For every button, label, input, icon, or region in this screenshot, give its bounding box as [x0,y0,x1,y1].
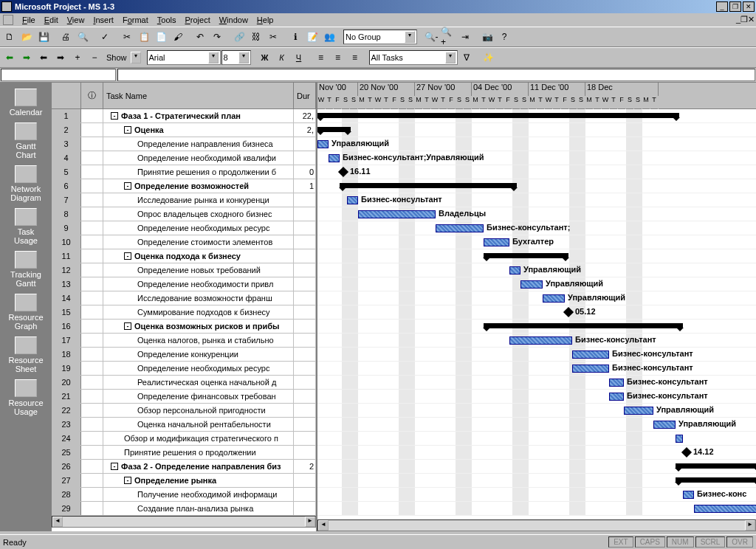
duration-cell[interactable] [294,404,316,417]
task-bar[interactable] [572,365,609,373]
task-name-cell[interactable]: -Оценка [103,123,294,137]
duration-cell[interactable]: 0 [294,165,316,179]
task-row[interactable]: 7Исследование рынка и конкуренци [52,193,316,207]
task-row[interactable]: 12Определение новых требований [52,263,316,277]
task-bar[interactable] [624,407,653,415]
task-row[interactable]: 26-Фаза 2 - Определение направления биз2 [52,460,316,474]
task-row[interactable]: 20Реалистическая оценка начальной д [52,376,316,390]
gantt-row[interactable]: 05.12 [317,305,756,320]
summary-bar[interactable] [317,113,679,118]
gantt-row[interactable]: Управляющий [317,137,756,151]
row-number[interactable]: 4 [52,151,81,165]
size-combo[interactable]: 8▾ [221,50,251,65]
duration-cell[interactable] [294,502,316,515]
preview-button[interactable]: 🔍 [75,29,91,45]
nav-back-button[interactable]: ⬅ [1,49,18,66]
duration-cell[interactable] [294,376,316,389]
task-bar[interactable] [484,238,509,246]
gantt-chart[interactable]: Nov '0020 Nov '0027 Nov '0004 Dec '0011 … [317,83,756,531]
row-number[interactable]: 15 [52,305,81,319]
cell-reference[interactable] [1,69,116,81]
row-number[interactable]: 23 [52,418,81,431]
font-combo[interactable]: Arial▾ [147,50,221,65]
table-hscroll[interactable]: ◄► [52,516,316,528]
align-right-button[interactable]: ≡ [347,49,363,66]
task-row[interactable]: 3Определение направления бизнеса [52,137,316,151]
duration-cell[interactable] [294,207,316,221]
show-dropdown[interactable]: ▾ [131,52,141,63]
summary-bar[interactable] [340,183,517,188]
task-name-cell[interactable]: Оценка налогов, рынка и стабильно [103,334,294,347]
zoom-in-button[interactable]: 🔍+ [440,29,456,45]
menu-view[interactable]: View [63,14,89,26]
menu-format[interactable]: Format [118,14,153,26]
row-number[interactable]: 21 [52,390,81,403]
task-bar[interactable] [329,154,340,162]
task-name-cell[interactable]: -Определение возможностей [103,179,294,193]
task-name-cell[interactable]: Принятие решения о продолжении [103,446,294,459]
zoom-out-button[interactable]: 🔍- [423,29,439,45]
task-name-cell[interactable]: Определение необходимости привл [103,277,294,291]
task-row[interactable]: 1-Фаза 1 - Стратегический план22, [52,109,316,123]
task-name-cell[interactable]: Определение необходимой квалифи [103,151,294,165]
menu-window[interactable]: Window [215,14,252,26]
duration-cell[interactable] [294,263,316,277]
show-subtasks-button[interactable]: + [69,49,86,66]
gantt-row[interactable]: Бизнес-консультант [317,376,756,390]
duration-cell[interactable] [294,334,316,347]
gantt-row[interactable]: Бизнес-консультант [317,334,756,348]
hide-subtasks-button[interactable]: − [86,49,103,66]
duration-cell[interactable] [294,418,316,431]
task-row[interactable]: 21Определение финансовых требован [52,390,316,404]
task-bar[interactable] [683,491,694,499]
gantt-row[interactable] [317,179,756,193]
wizard-button[interactable]: ✨ [481,49,497,66]
print-button[interactable]: 🖨 [58,29,74,45]
summary-bar[interactable] [317,127,351,132]
cell-content[interactable] [117,69,755,81]
duration-cell[interactable] [294,390,316,403]
gantt-row[interactable] [317,474,756,488]
gantt-row[interactable]: Владельцы [317,207,756,221]
help-button[interactable]: ? [496,29,512,45]
row-number[interactable]: 5 [52,165,81,179]
task-row[interactable]: 17Оценка налогов, рынка и стабильно [52,334,316,348]
nav-fwd-button[interactable]: ➡ [18,49,35,66]
indent-button[interactable]: ➡ [52,49,69,66]
task-bar[interactable] [653,421,676,429]
task-bar[interactable] [609,379,624,387]
task-name-cell[interactable]: Обзор и модификация стратегического п [103,432,294,445]
gantt-row[interactable]: Управляющий [317,263,756,277]
spelling-button[interactable]: ✓ [97,29,113,45]
task-bar[interactable] [694,505,756,513]
task-name-cell[interactable]: Опрос владельцев сходного бизнес [103,207,294,221]
dur-col-header[interactable]: Dur [294,83,316,108]
task-name-cell[interactable]: Исследование возможности франш [103,291,294,305]
duration-cell[interactable] [294,277,316,291]
menu-edit[interactable]: Edit [40,14,63,26]
row-number[interactable]: 28 [52,488,81,501]
task-bar[interactable] [609,393,624,401]
redo-button[interactable]: ↷ [209,29,225,45]
gantt-row[interactable]: Управляющий [317,404,756,418]
undo-button[interactable]: ↶ [192,29,208,45]
task-bar[interactable] [572,351,609,359]
row-number[interactable]: 20 [52,376,81,389]
duration-cell[interactable] [294,446,316,459]
row-number[interactable]: 25 [52,446,81,459]
row-number[interactable]: 7 [52,193,81,207]
timescale[interactable]: Nov '0020 Nov '0027 Nov '0004 Dec '0011 … [317,83,756,109]
menu-help[interactable]: Help [252,14,278,26]
gantt-row[interactable] [317,109,756,123]
task-name-cell[interactable]: -Фаза 2 - Определение направления биз [103,460,294,473]
group-combo[interactable]: No Group▾ [343,30,417,44]
summary-bar[interactable] [676,463,756,469]
row-number[interactable]: 16 [52,320,81,333]
gantt-row[interactable]: Б [317,502,756,516]
row-number[interactable]: 13 [52,277,81,291]
row-number[interactable]: 8 [52,207,81,221]
task-row[interactable]: 19Определение необходимых ресурс [52,362,316,376]
gantt-row[interactable]: Управляющий [317,277,756,291]
task-name-cell[interactable]: Исследование рынка и конкуренци [103,193,294,207]
row-number[interactable]: 12 [52,263,81,277]
